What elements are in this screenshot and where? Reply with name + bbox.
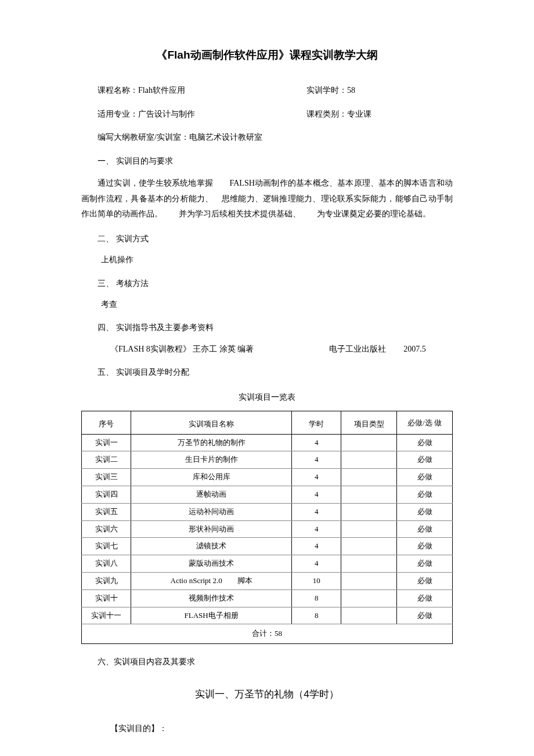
- table-cell: 实训五: [82, 503, 131, 520]
- training-1-title: 实训一、万圣节的礼物（4学时）: [81, 686, 453, 702]
- table-total-cell: 合计：58: [82, 624, 453, 644]
- course-category: 课程类别：专业课: [306, 108, 453, 121]
- table-cell: 实训十一: [82, 607, 131, 624]
- table-cell: 必做: [397, 469, 453, 486]
- training-hours: 实训学时：58: [306, 84, 453, 97]
- table-total-row: 合计：58: [82, 624, 453, 644]
- table-cell: 运动补间动画: [131, 503, 292, 520]
- section-1-body: 通过实训，使学生较系统地掌握 FALSH动画制作的基本概念、基本原理、基本的脚本…: [81, 176, 453, 222]
- office: 编写大纲教研室/实训室：电脑艺术设计教研室: [81, 131, 453, 144]
- table-cell: 滤镜技术: [131, 538, 292, 555]
- table-cell: 实训一: [82, 434, 131, 451]
- section-1-head: 一、 实训目的与要求: [81, 155, 453, 168]
- th-type: 项目类型: [341, 411, 397, 434]
- table-cell: 必做: [397, 520, 453, 538]
- training-table: 序号 实训项目名称 学时 项目类型 必做/选 做 实训一万圣节的礼物的制作4必做…: [81, 411, 453, 644]
- th-index: 序号: [82, 411, 131, 434]
- section-5-head: 五、 实训项目及学时分配: [81, 366, 453, 379]
- table-cell: 生日卡片的制作: [131, 451, 292, 469]
- table-cell: FLASH电子相册: [131, 607, 292, 624]
- table-row: 实训十一FLASH电子相册8必做: [82, 607, 453, 624]
- table-cell: 实训九: [82, 573, 131, 590]
- table-cell: 实训六: [82, 520, 131, 538]
- table-header-row: 序号 实训项目名称 学时 项目类型 必做/选 做: [82, 411, 453, 434]
- table-cell: [341, 520, 397, 538]
- table-cell: [341, 469, 397, 486]
- table-cell: 4: [292, 486, 341, 504]
- table-cell: 8: [292, 589, 341, 607]
- table-cell: [341, 434, 397, 451]
- table-cell: 必做: [397, 607, 453, 624]
- section-2-head: 二、 实训方式: [81, 233, 453, 245]
- table-cell: 10: [292, 573, 341, 590]
- table-cell: 4: [292, 434, 341, 451]
- table-row: 实训十视频制作技术8必做: [82, 589, 453, 607]
- table-cell: 4: [292, 555, 341, 573]
- table-cell: [341, 573, 397, 590]
- major: 适用专业：广告设计与制作: [98, 108, 306, 121]
- table-cell: [341, 589, 397, 607]
- meta-row-1: 课程名称：Flah软件应用 实训学时：58: [81, 84, 453, 97]
- table-cell: Actio nScript 2.0 脚本: [131, 573, 292, 590]
- table-cell: 必做: [397, 573, 453, 590]
- table-row: 实训四逐帧动画4必做: [82, 486, 453, 504]
- table-row: 实训七滤镜技术4必做: [82, 538, 453, 555]
- table-row: 实训九Actio nScript 2.0 脚本10必做: [82, 573, 453, 590]
- table-cell: [341, 486, 397, 504]
- table-cell: 4: [292, 538, 341, 555]
- table-cell: [341, 538, 397, 555]
- section-6-head: 六、实训项目内容及其要求: [81, 656, 453, 668]
- table-cell: 库和公用库: [131, 469, 292, 486]
- table-row: 实训一万圣节的礼物的制作4必做: [82, 434, 453, 451]
- th-name: 实训项目名称: [131, 411, 292, 434]
- table-cell: 实训四: [82, 486, 131, 504]
- table-cell: 8: [292, 607, 341, 624]
- table-cell: [341, 503, 397, 520]
- section-4-head: 四、 实训指导书及主要参考资料: [81, 321, 453, 334]
- training-objective-head: 【实训目的】：: [81, 722, 453, 735]
- table-row: 实训六形状补间动画4必做: [82, 520, 453, 538]
- table-cell: 形状补间动画: [131, 520, 292, 538]
- doc-title: 《Flah动画制作软件应用》课程实训教学大纲: [81, 46, 453, 64]
- th-req: 必做/选 做: [397, 411, 453, 434]
- table-cell: 实训十: [82, 589, 131, 607]
- meta-row-2: 适用专业：广告设计与制作 课程类别：专业课: [81, 108, 453, 121]
- table-cell: 蒙版动画技术: [131, 555, 292, 573]
- table-cell: 必做: [397, 589, 453, 607]
- table-cell: 必做: [397, 434, 453, 451]
- table-cell: 万圣节的礼物的制作: [131, 434, 292, 451]
- table-cell: [341, 451, 397, 469]
- table-cell: 4: [292, 451, 341, 469]
- reference-line: 《FLASH 8实训教程》 王亦工 涂英 编著电子工业出版社2007.5: [81, 343, 453, 356]
- ref-book: 《FLASH 8实训教程》 王亦工 涂英 编著: [110, 345, 254, 353]
- table-cell: 4: [292, 469, 341, 486]
- table-cell: 4: [292, 520, 341, 538]
- section-2-body: 上机操作: [81, 254, 453, 266]
- table-cell: [341, 607, 397, 624]
- ref-date: 2007.5: [403, 345, 426, 353]
- table-cell: 必做: [397, 538, 453, 555]
- table-cell: 必做: [397, 451, 453, 469]
- table-row: 实训八蒙版动画技术4必做: [82, 555, 453, 573]
- table-row: 实训三库和公用库4必做: [82, 469, 453, 486]
- table-cell: 视频制作技术: [131, 589, 292, 607]
- ref-publisher: 电子工业出版社: [329, 345, 386, 353]
- table-cell: 实训二: [82, 451, 131, 469]
- table-cell: 实训三: [82, 469, 131, 486]
- table-row: 实训五运动补间动画4必做: [82, 503, 453, 520]
- table-row: 实训二生日卡片的制作4必做: [82, 451, 453, 469]
- th-hours: 学时: [292, 411, 341, 434]
- table-cell: [341, 555, 397, 573]
- table-cell: 实训八: [82, 555, 131, 573]
- table-cell: 4: [292, 503, 341, 520]
- course-name: 课程名称：Flah软件应用: [98, 84, 306, 97]
- table-cell: 必做: [397, 486, 453, 504]
- table-cell: 实训七: [82, 538, 131, 555]
- table-cell: 必做: [397, 555, 453, 573]
- table-caption: 实训项目一览表: [81, 390, 453, 403]
- section-3-head: 三、 考核方法: [81, 277, 453, 290]
- table-cell: 必做: [397, 503, 453, 520]
- section-3-body: 考查: [81, 298, 453, 311]
- table-cell: 逐帧动画: [131, 486, 292, 504]
